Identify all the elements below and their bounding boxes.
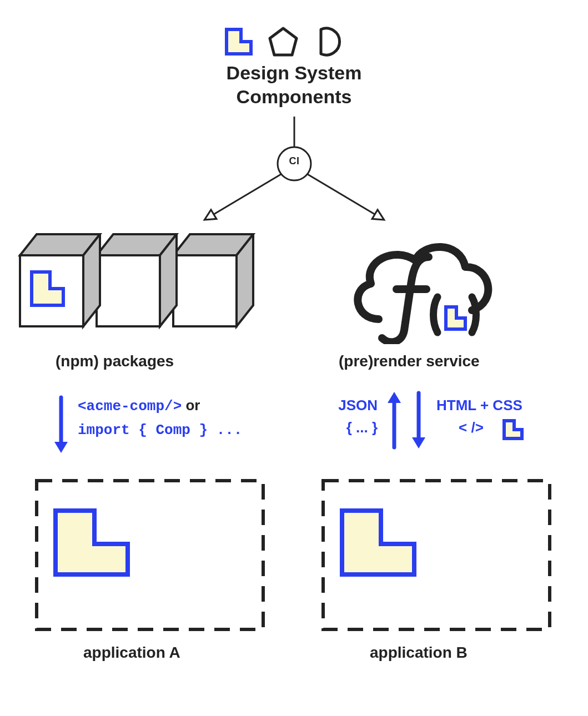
title-line2: Components bbox=[0, 85, 588, 109]
diagram-canvas: Design System Components CI bbox=[0, 0, 588, 716]
packages-label: (npm) packages bbox=[56, 352, 174, 370]
ci-label: CI bbox=[283, 155, 305, 167]
html-css-label: HTML + CSS bbox=[436, 397, 522, 414]
svg-marker-0 bbox=[270, 28, 296, 55]
svg-rect-10 bbox=[97, 255, 160, 326]
application-b-box bbox=[320, 477, 553, 633]
svg-line-4 bbox=[308, 174, 383, 219]
ci-branch-connector bbox=[167, 117, 422, 228]
application-a-label: application A bbox=[83, 644, 180, 662]
up-arrow-icon bbox=[383, 390, 405, 451]
svg-line-3 bbox=[205, 174, 281, 219]
l-shape-icon bbox=[222, 25, 255, 58]
svg-rect-7 bbox=[173, 255, 237, 326]
left-code-line1: <acme-comp/> bbox=[78, 398, 182, 415]
prerender-label: (pre)render service bbox=[339, 352, 480, 370]
diagram-title: Design System Components bbox=[0, 61, 588, 108]
svg-marker-16 bbox=[54, 442, 68, 453]
half-circle-icon bbox=[311, 25, 344, 58]
or-word: or bbox=[185, 397, 200, 414]
lambda-cloud-icon bbox=[339, 236, 500, 344]
selfclose-tag: < /> bbox=[459, 419, 484, 436]
application-b-label: application B bbox=[370, 644, 468, 662]
down-arrow-icon bbox=[50, 394, 72, 455]
json-braces: { ... } bbox=[322, 419, 378, 436]
left-code-line2: import { Comp } ... bbox=[78, 422, 242, 438]
svg-marker-20 bbox=[412, 437, 425, 448]
packages-icon bbox=[11, 233, 255, 344]
title-line1: Design System bbox=[0, 61, 588, 85]
down-arrow-icon bbox=[408, 390, 430, 451]
pentagon-icon bbox=[267, 25, 300, 58]
application-a-box bbox=[33, 477, 267, 633]
json-label: JSON bbox=[322, 397, 378, 414]
l-shape-icon bbox=[501, 417, 525, 442]
